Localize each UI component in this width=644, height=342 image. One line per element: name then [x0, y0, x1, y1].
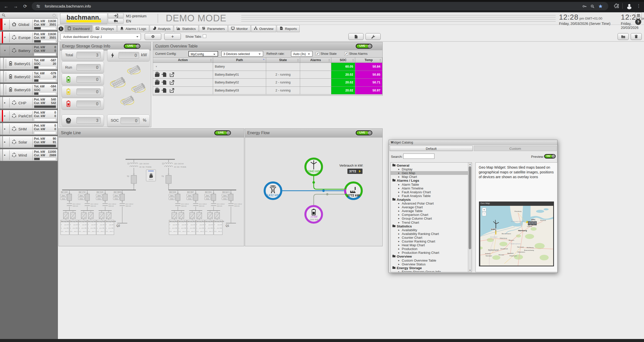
tree-item-advanced-polar-chart[interactable]: ▶Advanced Polar Chart: [391, 202, 468, 205]
language-button[interactable]: [108, 19, 124, 24]
tree-folder-general[interactable]: General: [391, 164, 468, 167]
feeder-breaker[interactable]: [103, 194, 107, 201]
feeder-breaker[interactable]: [193, 194, 198, 201]
tree-scrollbar[interactable]: ▲ ▼: [468, 163, 472, 272]
expand-arrow-icon[interactable]: ▶: [398, 171, 399, 175]
consumption-input[interactable]: 3772: [347, 169, 363, 174]
import-config-icon[interactable]: [162, 72, 166, 77]
config-select[interactable]: MyConfig: [188, 51, 218, 57]
widget-catalog-title-bar[interactable]: Widget Catalog ✕: [389, 140, 557, 145]
tab-overview[interactable]: Overview: [251, 25, 276, 32]
expand-arrow-icon[interactable]: ►: [4, 115, 6, 117]
sidebar-item-chp[interactable]: ►CHPPot. kW540Cur. kW542: [0, 97, 58, 109]
search-clear-icon[interactable]: [52, 14, 56, 17]
tree-item-group-column-chart[interactable]: ▶Group Column Chart: [391, 217, 468, 220]
tree-item-production-ranking-chart[interactable]: ▶Production Ranking Chart: [391, 251, 468, 255]
tab-parameters[interactable]: Parameters: [199, 25, 228, 32]
tree-item-fault-analysis-table[interactable]: ▶Fault Analysis Table: [391, 194, 468, 198]
tree-item-display[interactable]: ▶Display: [391, 167, 468, 171]
import-config-icon[interactable]: [162, 80, 166, 85]
expand-arrow-icon[interactable]: ▶: [398, 206, 399, 209]
column-header-soc[interactable]: SOC▲▼: [331, 58, 355, 63]
scroll-thumb[interactable]: [469, 166, 471, 249]
tree-item-energy-storage-group-info[interactable]: ▶Energy Storage Group Info: [391, 270, 468, 272]
expand-arrow-icon[interactable]: ▶: [398, 183, 399, 186]
tree-item-alarm-table[interactable]: ▶Alarm Table: [391, 183, 468, 186]
load-dashboard-button[interactable]: [618, 33, 629, 40]
tree-item-fault-analysis-chart[interactable]: ▶Fault Analysis Chart: [391, 190, 468, 194]
sidebar-item-battery03[interactable]: Battery03Tot. kW-594SOC20: [0, 84, 58, 96]
info-tab[interactable]: i: [58, 25, 64, 32]
logout-button[interactable]: [108, 13, 124, 18]
map-zoom-in-button[interactable]: +: [482, 208, 486, 212]
tree-item-alarm-timeline[interactable]: ▶Alarm Timeline: [391, 186, 468, 190]
column-header-state[interactable]: State▲▼: [266, 58, 300, 63]
tree-item-overview-status[interactable]: ▶Overview Status: [391, 262, 468, 266]
expand-arrow-icon[interactable]: ▶: [398, 202, 399, 205]
show-alarms-checkbox[interactable]: ✓: [344, 52, 348, 56]
export-report-button[interactable]: [348, 33, 364, 40]
hand-control-icon[interactable]: [155, 72, 159, 77]
feeder-breaker[interactable]: [120, 194, 125, 201]
wind-node[interactable]: 1840 kW: [305, 159, 322, 175]
main-breaker[interactable]: [131, 175, 137, 183]
tree-item-comparison-chart[interactable]: ▶Comparison Chart: [391, 213, 468, 217]
tab-alarms-logs[interactable]: Alarms / Logs: [117, 25, 149, 32]
expand-arrow-icon[interactable]: ▶: [398, 175, 399, 178]
expand-arrow-icon[interactable]: ▶: [398, 213, 399, 216]
widget-search-input[interactable]: [403, 154, 434, 159]
feeder-breaker[interactable]: [85, 194, 90, 201]
consumer-node[interactable]: 3772 kW: [345, 182, 362, 199]
main-breaker[interactable]: [166, 175, 171, 183]
tree-item-trend-chart[interactable]: ▶Trend Chart: [391, 221, 468, 224]
back-icon[interactable]: ←: [3, 3, 9, 9]
collapse-arrow-icon[interactable]: ▼: [4, 36, 6, 39]
map-zoom-out-button[interactable]: −: [482, 212, 486, 216]
delete-dashboard-button[interactable]: [631, 33, 642, 40]
tree-item-counter-chart[interactable]: ▶Counter Chart: [391, 236, 468, 239]
collapse-arrow-icon[interactable]: ▼: [4, 49, 6, 52]
language-code[interactable]: EN: [126, 19, 131, 23]
import-config-icon[interactable]: [162, 88, 166, 93]
zoom-out-icon[interactable]: [590, 4, 595, 9]
tab-displays[interactable]: Displays: [93, 25, 117, 32]
refresh-rate-select[interactable]: Auto (3s): [291, 51, 312, 57]
tree-item-average-table[interactable]: ▶Average Table: [391, 209, 468, 213]
tree-item-availability-ranking-chart[interactable]: ▶Availability Ranking Chart: [391, 232, 468, 236]
sidebar-item-solar[interactable]: ►SolarPot. kW90Cur. kW91: [0, 136, 58, 148]
tab-dashboard[interactable]: Dashboard: [65, 25, 92, 32]
live-toggle[interactable]: LIVE: [356, 44, 372, 49]
expand-arrow-icon[interactable]: ▶: [398, 217, 399, 220]
feeder-breaker[interactable]: [67, 194, 72, 201]
tree-folder-alarms-logs[interactable]: Alarms / Logs: [391, 179, 468, 182]
expand-arrow-icon[interactable]: ▶: [398, 240, 399, 243]
devices-select[interactable]: 3 Devices selected: [221, 51, 263, 57]
extensions-puzzle-icon[interactable]: [614, 3, 619, 10]
tree-item-availability[interactable]: ▶Availability: [391, 228, 468, 232]
tab-monitor[interactable]: Monitor: [228, 25, 251, 32]
sidebar-item-global[interactable]: ▼GlobalPot. kW11630Cur. kW3501: [0, 18, 58, 30]
tree-folder-energy-storage[interactable]: Energy Storage: [391, 266, 468, 270]
add-dashboard-button[interactable]: +: [164, 33, 181, 40]
tree-item-average-chart[interactable]: ▶Average Chart: [391, 205, 468, 209]
expand-arrow-icon[interactable]: ▶: [398, 251, 399, 254]
tree-item-geo-map[interactable]: ▶Geo Map: [391, 171, 468, 175]
tab-custom[interactable]: Custom: [474, 146, 557, 151]
scroll-up-icon[interactable]: ▲: [468, 163, 472, 166]
row-expander-icon[interactable]: ▼: [155, 63, 157, 71]
expand-arrow-icon[interactable]: ▶: [398, 194, 399, 198]
sidebar-item-battery[interactable]: ▼BatteryPot. kW0Cur. kW0: [0, 44, 58, 57]
menu-hamburger-button[interactable]: [635, 13, 642, 18]
preview-toggle[interactable]: ON: [544, 154, 556, 159]
sidebar-search-bar[interactable]: [0, 12, 58, 18]
expand-arrow-icon[interactable]: ▶: [398, 168, 399, 171]
expand-arrow-icon[interactable]: ▶: [398, 190, 399, 194]
sidebar-item-shm[interactable]: ►SHMPot. kW0Cur. kW0: [0, 123, 58, 135]
column-header-alarms[interactable]: Alarms▲▼: [300, 58, 331, 63]
feeder-breaker[interactable]: [176, 194, 180, 201]
tree-item-counter-ranking-chart[interactable]: ▶Counter Ranking Chart: [391, 239, 468, 243]
grid-node[interactable]: 1432 kW: [265, 182, 281, 199]
feeder-breaker[interactable]: [211, 194, 216, 201]
tree-folder-analysis[interactable]: Analysis: [391, 198, 468, 202]
geo-map-image[interactable]: FlensburgRostockLübeckSchleswig-Holstein…: [480, 206, 553, 266]
